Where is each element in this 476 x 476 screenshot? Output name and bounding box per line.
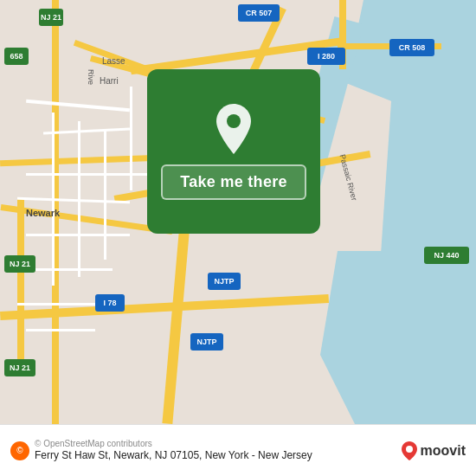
local-road-12 bbox=[130, 87, 132, 190]
badge-cr508: CR 508 bbox=[389, 39, 434, 56]
local-road-8 bbox=[26, 329, 95, 331]
local-road-7 bbox=[17, 303, 95, 306]
badge-nj658: 658 bbox=[4, 48, 29, 65]
local-road-11 bbox=[104, 130, 106, 260]
svg-point-0 bbox=[227, 114, 241, 128]
badge-njtp2: NJTP bbox=[190, 333, 223, 351]
address-text: © OpenStreetMap contributors Ferry St Ha… bbox=[35, 438, 402, 463]
badge-njtp1: NJTP bbox=[208, 273, 241, 290]
road-nj21-bottom bbox=[17, 199, 24, 372]
address-label: Ferry St Haw St, Newark, NJ 07105, New Y… bbox=[35, 449, 312, 461]
badge-nj440: NJ 440 bbox=[424, 247, 469, 264]
destination-card[interactable]: Take me there bbox=[147, 69, 320, 234]
moovit-pin-icon bbox=[402, 441, 417, 460]
badge-cr507: CR 507 bbox=[238, 4, 280, 22]
local-road-3 bbox=[26, 173, 156, 176]
location-pin-icon bbox=[212, 104, 255, 154]
svg-point-1 bbox=[406, 446, 413, 453]
moovit-label: moovit bbox=[421, 443, 466, 459]
osm-logo: © bbox=[10, 441, 29, 460]
map-container: 658 NJ 21 CR 507 I 280 CR 508 NJ 21 NJ 2… bbox=[0, 0, 476, 424]
badge-nj21-bot: NJ 21 bbox=[4, 359, 35, 376]
water-body-bottom-right bbox=[320, 251, 476, 424]
moovit-logo: moovit bbox=[402, 441, 466, 460]
badge-i78: I 78 bbox=[95, 294, 125, 312]
local-road-6 bbox=[26, 268, 113, 271]
osm-attribution: © OpenStreetMap contributors bbox=[35, 438, 402, 449]
take-me-there-button[interactable]: Take me there bbox=[161, 164, 306, 200]
bottom-bar: © © OpenStreetMap contributors Ferry St … bbox=[0, 424, 476, 476]
local-road-10 bbox=[78, 121, 80, 277]
badge-i280: I 280 bbox=[307, 48, 345, 65]
badge-nj21-mid: NJ 21 bbox=[4, 255, 35, 273]
badge-nj21-top: NJ 21 bbox=[39, 9, 63, 26]
local-road-9 bbox=[52, 113, 55, 286]
